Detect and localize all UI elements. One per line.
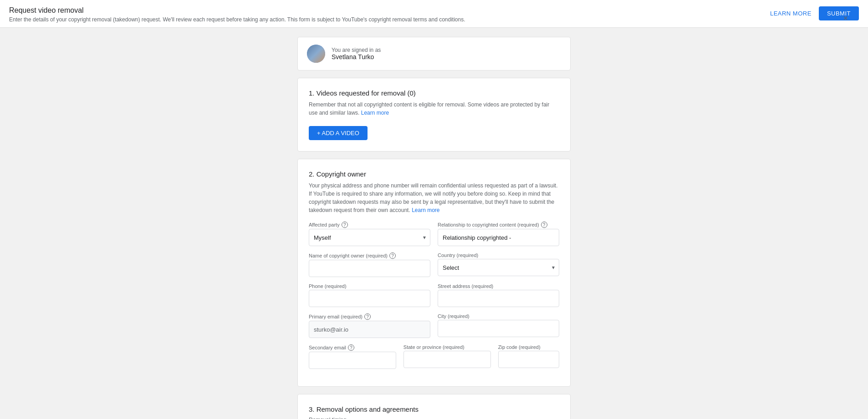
affected-party-select-wrapper[interactable]: Myself Someone else bbox=[309, 229, 430, 246]
name-field: Name of copyright owner (required) ? bbox=[309, 252, 430, 277]
secondary-email-help-icon[interactable]: ? bbox=[348, 344, 354, 351]
page-description: Enter the details of your copyright remo… bbox=[9, 16, 859, 23]
section3-card: 3. Removal options and agreements Remova… bbox=[297, 394, 571, 419]
affected-party-field: Affected party ? Myself Someone else bbox=[309, 222, 430, 246]
signed-in-label: You are signed in as bbox=[332, 47, 381, 53]
close-button[interactable]: × bbox=[841, 12, 850, 25]
secondary-email-label: Secondary email ? bbox=[309, 344, 396, 351]
state-field: State or province (required) bbox=[403, 344, 491, 369]
form-row-4: Primary email (required) ? City (require… bbox=[309, 313, 559, 338]
primary-email-input[interactable] bbox=[309, 321, 430, 338]
secondary-email-input[interactable] bbox=[309, 352, 396, 369]
submit-button[interactable]: SUBMIT bbox=[819, 6, 859, 20]
section2-desc: Your physical address and phone number w… bbox=[309, 182, 559, 214]
primary-email-help-icon[interactable]: ? bbox=[364, 313, 371, 320]
relationship-label: Relationship to copyrighted content (req… bbox=[438, 222, 559, 228]
signed-in-card: You are signed in as Svetlana Turko bbox=[297, 37, 571, 71]
city-label: City (required) bbox=[438, 313, 559, 319]
primary-email-field: Primary email (required) ? bbox=[309, 313, 430, 338]
page-header: Request video removal Enter the details … bbox=[0, 0, 868, 28]
secondary-email-field: Secondary email ? bbox=[309, 344, 396, 369]
affected-party-select[interactable]: Myself Someone else bbox=[309, 229, 430, 246]
section3-title: 3. Removal options and agreements bbox=[309, 405, 559, 413]
phone-field: Phone (required) bbox=[309, 283, 430, 307]
affected-party-label: Affected party ? bbox=[309, 222, 430, 228]
country-field: Country (required) Select bbox=[438, 252, 559, 277]
form-row-5: Secondary email ? State or province (req… bbox=[309, 344, 559, 369]
city-field: City (required) bbox=[438, 313, 559, 338]
section1-title: 1. Videos requested for removal (0) bbox=[309, 89, 559, 97]
learn-more-button[interactable]: LEARN MORE bbox=[770, 10, 812, 17]
phone-input[interactable] bbox=[309, 290, 430, 307]
form-row-3: Phone (required) Street address (require… bbox=[309, 283, 559, 307]
section1-card: 1. Videos requested for removal (0) Reme… bbox=[297, 78, 571, 151]
add-video-button[interactable]: + ADD A VIDEO bbox=[309, 126, 368, 140]
state-label: State or province (required) bbox=[403, 344, 491, 350]
zip-label: Zip code (required) bbox=[498, 344, 559, 350]
state-input[interactable] bbox=[403, 351, 491, 368]
city-input[interactable] bbox=[438, 320, 559, 337]
section1-desc: Remember that not all copyrighted conten… bbox=[309, 101, 559, 117]
phone-label: Phone (required) bbox=[309, 283, 430, 289]
street-input[interactable] bbox=[438, 290, 559, 307]
name-input[interactable] bbox=[309, 260, 430, 277]
section1-learn-more[interactable]: Learn more bbox=[361, 110, 389, 116]
section2-title: 2. Copyright owner bbox=[309, 170, 559, 178]
country-label: Country (required) bbox=[438, 252, 559, 258]
section2-learn-more[interactable]: Learn more bbox=[412, 207, 439, 213]
primary-email-label: Primary email (required) ? bbox=[309, 313, 430, 320]
page-title: Request video removal bbox=[9, 6, 859, 15]
name-label: Name of copyright owner (required) ? bbox=[309, 252, 430, 259]
street-field: Street address (required) bbox=[438, 283, 559, 307]
relationship-input[interactable] bbox=[438, 229, 559, 246]
signed-in-info: You are signed in as Svetlana Turko bbox=[332, 47, 381, 61]
form-row-1: Affected party ? Myself Someone else Rel… bbox=[309, 222, 559, 246]
form-row-2: Name of copyright owner (required) ? Cou… bbox=[309, 252, 559, 277]
country-select-wrapper[interactable]: Select bbox=[438, 259, 559, 276]
affected-party-help-icon[interactable]: ? bbox=[342, 222, 348, 228]
avatar bbox=[307, 45, 325, 63]
zip-field: Zip code (required) bbox=[498, 344, 559, 369]
street-label: Street address (required) bbox=[438, 283, 559, 289]
relationship-field: Relationship to copyrighted content (req… bbox=[438, 222, 559, 246]
zip-input[interactable] bbox=[498, 351, 559, 368]
relationship-help-icon[interactable]: ? bbox=[541, 222, 547, 228]
removal-timing-label: Removal timing bbox=[309, 417, 559, 419]
section2-card: 2. Copyright owner Your physical address… bbox=[297, 159, 571, 387]
country-select[interactable]: Select bbox=[438, 259, 559, 276]
signed-in-name: Svetlana Turko bbox=[332, 53, 381, 61]
name-help-icon[interactable]: ? bbox=[389, 252, 396, 259]
